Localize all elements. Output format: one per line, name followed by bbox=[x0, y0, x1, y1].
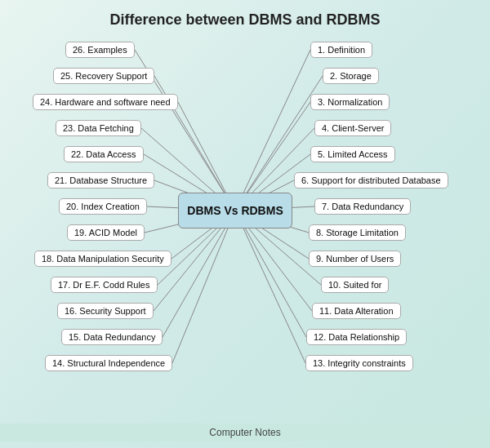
diagram-area: DBMS Vs RDBMS 26. Examples25. Recovery S… bbox=[0, 33, 490, 433]
node-l11: 16. Security Support bbox=[57, 303, 154, 319]
node-r9: 9. Number of Users bbox=[309, 251, 401, 267]
node-l2: 25. Recovery Support bbox=[53, 68, 154, 84]
svg-line-11 bbox=[163, 211, 235, 337]
node-r7: 7. Data Redundancy bbox=[314, 198, 411, 215]
node-r10: 10. Suited for bbox=[321, 277, 389, 293]
node-r3: 3. Normalization bbox=[310, 94, 390, 110]
svg-line-24 bbox=[235, 211, 306, 337]
svg-line-12 bbox=[172, 211, 235, 363]
svg-line-25 bbox=[235, 211, 305, 363]
node-r13: 13. Integrity constraints bbox=[305, 355, 413, 371]
node-r11: 11. Data Alteration bbox=[312, 303, 401, 319]
node-l9: 18. Data Manipulation Security bbox=[34, 251, 172, 267]
node-l5: 22. Data Access bbox=[64, 146, 144, 162]
footer-label: Computer Notes bbox=[0, 424, 490, 441]
node-l12: 15. Data Redundancy bbox=[61, 329, 163, 345]
node-l1: 26. Examples bbox=[65, 42, 135, 58]
center-node: DBMS Vs RDBMS bbox=[178, 193, 292, 228]
node-r5: 5. Limited Access bbox=[310, 146, 395, 162]
page-title: Difference between DBMS and RDBMS bbox=[0, 0, 490, 33]
node-l3: 24. Hardware and software need bbox=[33, 94, 178, 110]
node-r1: 1. Definition bbox=[310, 42, 372, 58]
node-r8: 8. Storage Limitation bbox=[309, 224, 406, 241]
node-r4: 4. Client-Server bbox=[314, 120, 391, 136]
node-l6: 21. Database Structure bbox=[47, 172, 154, 189]
node-r2: 2. Storage bbox=[323, 68, 379, 84]
node-l8: 19. ACID Model bbox=[67, 224, 145, 241]
node-l4: 23. Data Fetching bbox=[56, 120, 141, 136]
svg-line-14 bbox=[235, 76, 323, 211]
node-r6: 6. Support for distributed Database bbox=[294, 172, 448, 189]
node-l10: 17. Dr E.F. Codd Rules bbox=[51, 277, 158, 293]
node-r12: 12. Data Relationship bbox=[306, 329, 407, 345]
node-l13: 14. Structural Independence bbox=[45, 355, 172, 371]
node-l7: 20. Index Creation bbox=[59, 198, 147, 215]
